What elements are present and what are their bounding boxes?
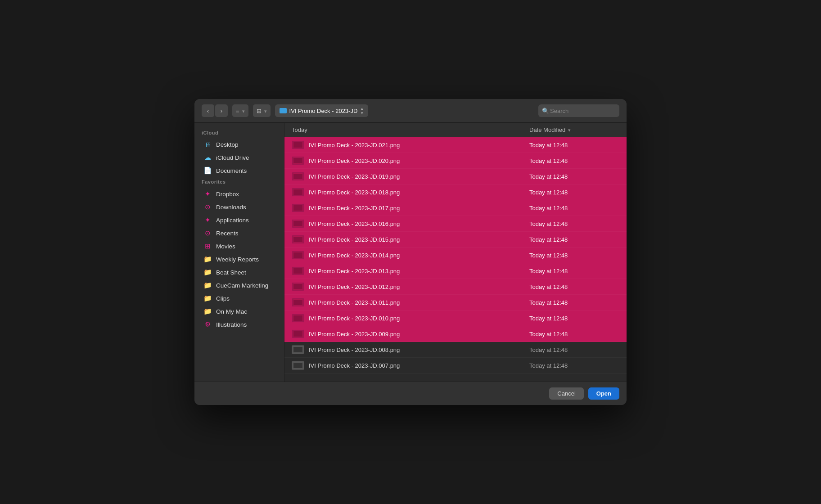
file-dialog-window: ‹ › ≡ ⊞ IVI Promo Deck - 2023-JD ▲ ▼ 🔍 i <box>194 99 627 405</box>
search-input[interactable] <box>538 104 619 117</box>
table-row[interactable]: IVI Promo Deck - 2023-JD.018.pngToday at… <box>284 184 627 200</box>
file-thumbnail <box>292 251 304 260</box>
file-list: IVI Promo Deck - 2023-JD.021.pngToday at… <box>284 137 627 382</box>
table-row[interactable]: IVI Promo Deck - 2023-JD.014.pngToday at… <box>284 248 627 263</box>
list-view-button[interactable]: ≡ <box>232 104 248 117</box>
table-row[interactable]: IVI Promo Deck - 2023-JD.011.pngToday at… <box>284 295 627 310</box>
sidebar-item-weekly-reports[interactable]: 📁 Weekly Reports <box>196 253 282 266</box>
grid-view-chevron <box>263 108 267 114</box>
file-name: IVI Promo Deck - 2023-JD.014.png <box>309 252 529 259</box>
file-date: Today at 12:48 <box>529 142 619 148</box>
file-name: IVI Promo Deck - 2023-JD.012.png <box>309 284 529 290</box>
sidebar-label-downloads: Downloads <box>216 204 246 211</box>
sidebar-item-downloads[interactable]: ⊙ Downloads <box>196 201 282 213</box>
table-row[interactable]: IVI Promo Deck - 2023-JD.009.pngToday at… <box>284 326 627 342</box>
cancel-button[interactable]: Cancel <box>549 387 583 400</box>
table-row[interactable]: IVI Promo Deck - 2023-JD.013.pngToday at… <box>284 263 627 279</box>
file-date: Today at 12:48 <box>529 236 619 243</box>
sidebar-label-movies: Movies <box>216 243 235 250</box>
date-sort-icon <box>567 126 571 133</box>
file-name: IVI Promo Deck - 2023-JD.020.png <box>309 158 529 164</box>
downloads-icon: ⊙ <box>203 203 212 211</box>
file-name: IVI Promo Deck - 2023-JD.011.png <box>309 299 529 306</box>
table-row[interactable]: IVI Promo Deck - 2023-JD.020.pngToday at… <box>284 153 627 169</box>
file-thumbnail <box>292 345 304 354</box>
folder-arrows-icon: ▲ ▼ <box>360 107 364 115</box>
back-button[interactable]: ‹ <box>202 104 214 117</box>
sidebar-label-documents: Documents <box>216 167 247 174</box>
nav-buttons: ‹ › <box>202 104 228 117</box>
file-thumbnail <box>292 172 304 181</box>
file-name: IVI Promo Deck - 2023-JD.018.png <box>309 189 529 196</box>
file-name: IVI Promo Deck - 2023-JD.009.png <box>309 331 529 338</box>
search-wrapper: 🔍 <box>538 104 619 117</box>
grid-view-button[interactable]: ⊞ <box>253 104 271 117</box>
clips-icon: 📁 <box>203 294 212 302</box>
table-row[interactable]: IVI Promo Deck - 2023-JD.008.pngToday at… <box>284 342 627 358</box>
folder-picker-button[interactable]: IVI Promo Deck - 2023-JD ▲ ▼ <box>275 104 369 117</box>
grid-view-icon: ⊞ <box>257 108 262 114</box>
file-date: Today at 12:48 <box>529 315 619 322</box>
sidebar-item-recents[interactable]: ⊙ Recents <box>196 227 282 239</box>
file-name: IVI Promo Deck - 2023-JD.016.png <box>309 220 529 227</box>
file-name: IVI Promo Deck - 2023-JD.019.png <box>309 173 529 180</box>
file-thumbnail <box>292 235 304 244</box>
sidebar-label-applications: Applications <box>216 217 249 224</box>
sidebar-item-desktop[interactable]: 🖥 Desktop <box>196 139 282 151</box>
sidebar-item-documents[interactable]: 📄 Documents <box>196 164 282 177</box>
forward-button[interactable]: › <box>215 104 228 117</box>
table-row[interactable]: IVI Promo Deck - 2023-JD.015.pngToday at… <box>284 232 627 248</box>
sidebar-item-applications[interactable]: ✦ Applications <box>196 214 282 226</box>
file-thumbnail <box>292 266 304 275</box>
file-date: Today at 12:48 <box>529 346 619 353</box>
file-thumbnail <box>292 282 304 291</box>
file-thumbnail <box>292 140 304 149</box>
sidebar-label-desktop: Desktop <box>216 141 239 148</box>
table-row[interactable]: IVI Promo Deck - 2023-JD.007.pngToday at… <box>284 358 627 374</box>
file-date: Today at 12:48 <box>529 173 619 180</box>
sidebar-item-beat-sheet[interactable]: 📁 Beat Sheet <box>196 266 282 279</box>
sidebar-label-weekly-reports: Weekly Reports <box>216 256 259 263</box>
file-date: Today at 12:48 <box>529 268 619 274</box>
beat-sheet-icon: 📁 <box>203 268 212 276</box>
dropbox-icon: ✦ <box>203 190 212 198</box>
file-thumbnail <box>292 298 304 307</box>
recents-icon: ⊙ <box>203 229 212 237</box>
sidebar-item-clips[interactable]: 📁 Clips <box>196 292 282 305</box>
file-date: Today at 12:48 <box>529 205 619 212</box>
file-name: IVI Promo Deck - 2023-JD.013.png <box>309 268 529 274</box>
col-name-header: Today <box>292 126 529 133</box>
documents-icon: 📄 <box>203 166 212 175</box>
table-row[interactable]: IVI Promo Deck - 2023-JD.012.pngToday at… <box>284 279 627 295</box>
toolbar: ‹ › ≡ ⊞ IVI Promo Deck - 2023-JD ▲ ▼ 🔍 <box>194 99 627 123</box>
file-name: IVI Promo Deck - 2023-JD.015.png <box>309 236 529 243</box>
sidebar-item-movies[interactable]: ⊞ Movies <box>196 240 282 252</box>
sidebar-label-on-my-mac: On My Mac <box>216 308 247 315</box>
col-date-header: Date Modified <box>529 126 619 133</box>
file-thumbnail <box>292 361 304 370</box>
sidebar-item-dropbox[interactable]: ✦ Dropbox <box>196 188 282 200</box>
on-my-mac-icon: 📁 <box>203 307 212 315</box>
table-row[interactable]: IVI Promo Deck - 2023-JD.017.pngToday at… <box>284 200 627 216</box>
main-body: iCloud 🖥 Desktop ☁ iCloud Drive 📄 Docume… <box>194 123 627 382</box>
file-date: Today at 12:48 <box>529 252 619 259</box>
table-row[interactable]: IVI Promo Deck - 2023-JD.010.pngToday at… <box>284 310 627 326</box>
file-list-header: Today Date Modified <box>284 123 627 137</box>
illustrations-icon: ⚙ <box>203 320 212 328</box>
sidebar-label-illustrations: Illustrations <box>216 321 247 328</box>
current-folder-label: IVI Promo Deck - 2023-JD <box>289 108 358 114</box>
sidebar-item-cuecam-marketing[interactable]: 📁 CueCam Marketing <box>196 279 282 292</box>
sidebar-item-on-my-mac[interactable]: 📁 On My Mac <box>196 305 282 318</box>
open-button[interactable]: Open <box>588 387 619 400</box>
sidebar-item-icloud-drive[interactable]: ☁ iCloud Drive <box>196 151 282 164</box>
file-date: Today at 12:48 <box>529 362 619 369</box>
table-row[interactable]: IVI Promo Deck - 2023-JD.019.pngToday at… <box>284 169 627 184</box>
file-date: Today at 12:48 <box>529 299 619 306</box>
sidebar-item-illustrations[interactable]: ⚙ Illustrations <box>196 318 282 331</box>
sidebar-label-dropbox: Dropbox <box>216 191 239 198</box>
sidebar-label-beat-sheet: Beat Sheet <box>216 269 246 276</box>
table-row[interactable]: IVI Promo Deck - 2023-JD.021.pngToday at… <box>284 137 627 153</box>
sidebar: iCloud 🖥 Desktop ☁ iCloud Drive 📄 Docume… <box>194 123 284 382</box>
table-row[interactable]: IVI Promo Deck - 2023-JD.016.pngToday at… <box>284 216 627 232</box>
folder-icon <box>280 108 287 113</box>
